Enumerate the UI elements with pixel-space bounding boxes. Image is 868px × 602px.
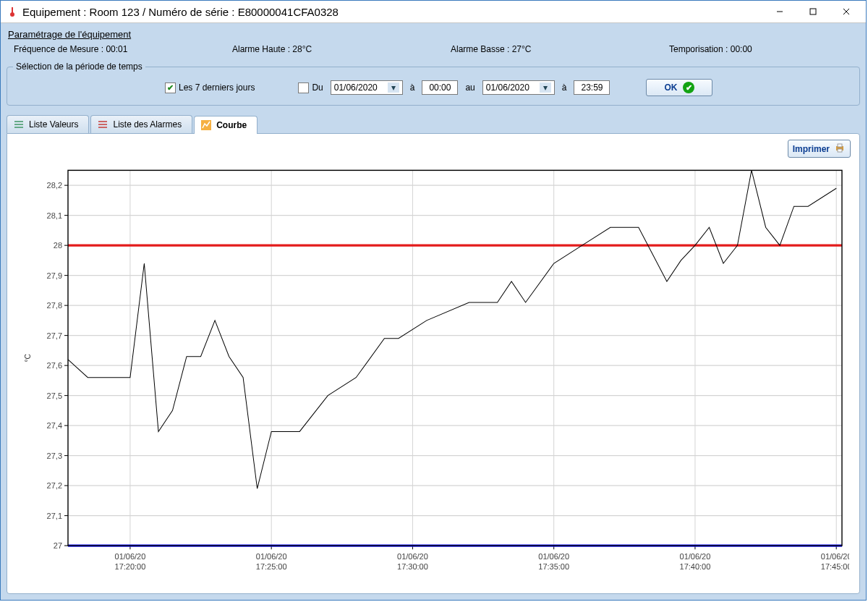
svg-text:27,8: 27,8	[47, 301, 62, 310]
meta-alarm-low: Alarme Basse : 27°C	[451, 44, 640, 54]
tab-curve[interactable]: Courbe	[194, 116, 258, 134]
svg-text:28,1: 28,1	[47, 211, 62, 220]
svg-text:27,3: 27,3	[47, 452, 62, 460]
tabstrip: Liste Valeurs Liste des Alarmes Courbe	[7, 113, 860, 133]
svg-text:27,7: 27,7	[47, 331, 62, 340]
ok-icon: ✔	[683, 82, 694, 93]
svg-text:17:35:00: 17:35:00	[538, 562, 569, 571]
alarm-list-icon	[97, 119, 109, 130]
minimize-button[interactable]	[763, 1, 796, 22]
svg-rect-6	[14, 121, 23, 122]
svg-text:01/06/20: 01/06/20	[397, 552, 428, 561]
tab-values[interactable]: Liste Valeurs	[7, 115, 89, 133]
dropdown-icon: ▾	[540, 82, 551, 93]
time-from-input[interactable]: 00:00	[422, 80, 458, 95]
svg-text:27,5: 27,5	[47, 391, 62, 400]
svg-text:01/06/20: 01/06/20	[538, 552, 569, 561]
param-link[interactable]: Paramétrage de l'équipement	[7, 26, 860, 41]
sep-au: au	[465, 82, 475, 93]
print-button[interactable]: Imprimer	[788, 140, 851, 158]
range-label: Du	[312, 82, 323, 93]
meta-alarm-high: Alarme Haute : 28°C	[232, 44, 422, 54]
svg-rect-7	[14, 124, 23, 125]
svg-rect-11	[98, 127, 107, 128]
svg-text:17:30:00: 17:30:00	[397, 562, 428, 571]
sep-a: à	[410, 82, 415, 93]
list-icon	[13, 119, 25, 130]
close-button[interactable]	[830, 1, 863, 22]
svg-text:27,2: 27,2	[47, 481, 62, 490]
meta-tempo: Temporisation : 00:00	[669, 44, 859, 54]
svg-text:27,6: 27,6	[47, 361, 62, 370]
last7-checkbox[interactable]: ✔ Les 7 derniers jours	[165, 82, 255, 93]
svg-rect-3	[810, 9, 816, 14]
svg-rect-1	[12, 7, 13, 13]
svg-text:27,9: 27,9	[47, 271, 62, 280]
svg-rect-9	[98, 121, 107, 122]
maximize-button[interactable]	[796, 1, 830, 22]
svg-text:17:20:00: 17:20:00	[115, 562, 146, 571]
printer-icon	[834, 142, 846, 156]
check-icon: ✔	[165, 82, 176, 93]
ok-button[interactable]: OK ✔	[646, 79, 712, 96]
range-checkbox[interactable]: ✔ Du	[298, 82, 323, 93]
titlebar: Equipement : Room 123 / Numéro de série …	[1, 1, 866, 23]
svg-rect-8	[14, 127, 23, 128]
svg-text:01/06/20: 01/06/20	[256, 552, 287, 561]
check-icon: ✔	[298, 82, 309, 93]
svg-text:27,1: 27,1	[47, 512, 62, 520]
last7-label: Les 7 derniers jours	[179, 82, 255, 93]
chart: 2727,127,227,327,427,527,627,727,827,928…	[17, 163, 849, 583]
equipment-window: Equipement : Room 123 / Numéro de série …	[0, 0, 867, 601]
svg-rect-14	[838, 144, 842, 147]
chart-icon	[200, 119, 212, 131]
svg-text:01/06/20: 01/06/20	[680, 552, 711, 561]
svg-text:17:40:00: 17:40:00	[680, 562, 711, 571]
period-legend: Sélection de la période de temps	[13, 62, 145, 72]
svg-text:28,2: 28,2	[47, 181, 62, 190]
svg-text:17:45:00: 17:45:00	[821, 562, 849, 571]
period-fieldset: Sélection de la période de temps ✔ Les 7…	[7, 62, 860, 106]
sep-a2: à	[562, 82, 567, 93]
time-to-input[interactable]: 23:59	[574, 80, 610, 95]
svg-text:17:25:00: 17:25:00	[256, 562, 287, 571]
svg-text:°C: °C	[24, 354, 32, 363]
svg-text:01/06/20: 01/06/20	[821, 552, 849, 561]
window-title: Equipement : Room 123 / Numéro de série …	[22, 6, 763, 18]
tab-alarms[interactable]: Liste des Alarmes	[90, 115, 192, 133]
svg-text:01/06/20: 01/06/20	[115, 552, 146, 561]
date-to-input[interactable]: 01/06/2020 ▾	[482, 80, 555, 95]
date-from-input[interactable]: 01/06/2020 ▾	[331, 80, 403, 95]
svg-rect-15	[838, 149, 842, 152]
meta-row: Fréquence de Mesure : 00:01 Alarme Haute…	[7, 41, 860, 62]
app-icon	[7, 6, 18, 17]
dropdown-icon: ▾	[388, 82, 399, 93]
meta-freq: Fréquence de Mesure : 00:01	[14, 44, 203, 54]
svg-rect-82	[68, 170, 842, 546]
svg-text:27: 27	[54, 541, 62, 550]
chart-panel: Imprimer 2727,127,227,327,427,527,627,72…	[7, 133, 860, 594]
svg-text:28: 28	[54, 241, 62, 250]
svg-text:27,4: 27,4	[47, 421, 62, 430]
svg-rect-10	[98, 124, 107, 125]
